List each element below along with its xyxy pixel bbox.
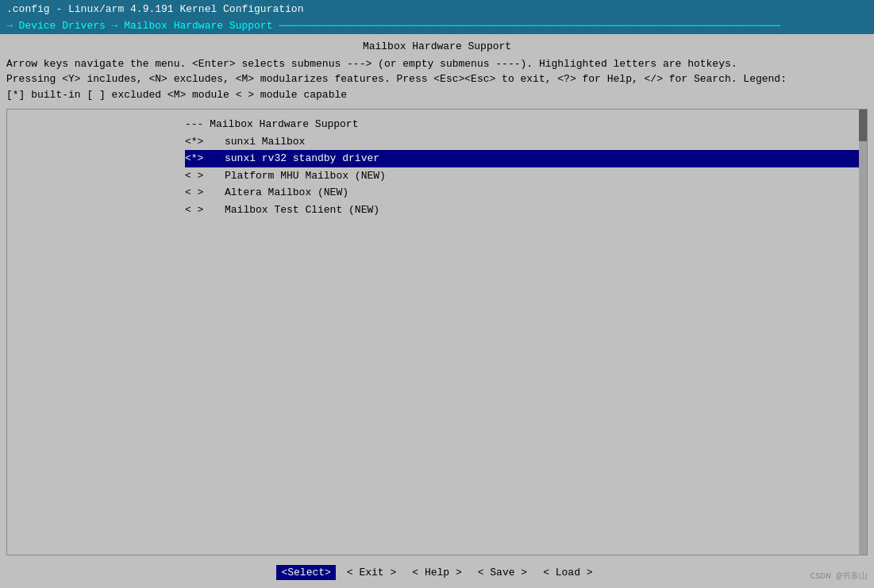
item-label-3: Platform MHU Mailbox (NEW)	[225, 168, 386, 184]
load-button[interactable]: < Load >	[538, 565, 597, 580]
scrollbar-thumb[interactable]	[859, 110, 867, 141]
item-label-5: Mailbox Test Client (NEW)	[225, 202, 379, 218]
page-title-text: Mailbox Hardware Support	[363, 40, 511, 52]
exit-button[interactable]: < Exit >	[342, 565, 401, 580]
breadcrumb-text: → Device Drivers → Mailbox Hardware Supp…	[6, 20, 780, 32]
item-prefix-3: < >	[185, 168, 225, 184]
header-line1: Arrow keys navigate the menu. <Enter> se…	[6, 56, 868, 72]
page-title: Mailbox Hardware Support	[6, 39, 868, 55]
item-prefix-4: < >	[185, 185, 225, 201]
item-prefix-5: < >	[185, 202, 225, 218]
main-area: Mailbox Hardware Support Arrow keys navi…	[0, 34, 874, 588]
menu-container: --- Mailbox Hardware Support <*> sunxi M…	[185, 116, 864, 218]
terminal-window: .config - Linux/arm 4.9.191 Kernel Confi…	[0, 0, 874, 588]
header-info: Mailbox Hardware Support Arrow keys navi…	[0, 34, 874, 106]
section-label: --- Mailbox Hardware Support	[185, 116, 864, 133]
title-text: .config - Linux/arm 4.9.191 Kernel Confi…	[6, 3, 303, 15]
item-prefix-2: <*>	[185, 151, 225, 167]
item-label-2: sunxi rv32 standby driver	[225, 151, 379, 167]
item-label-1: sunxi Mailbox	[225, 134, 305, 150]
item-label-4: Altera Mailbox (NEW)	[225, 185, 348, 201]
item-prefix-1: <*>	[185, 134, 225, 150]
breadcrumb: → Device Drivers → Mailbox Hardware Supp…	[0, 19, 874, 34]
select-button[interactable]: <Select>	[276, 565, 335, 580]
pressing-text: Pressing <Y> includes, <N> excludes, <M>…	[6, 73, 787, 85]
menu-item-platform-mhu[interactable]: < > Platform MHU Mailbox (NEW)	[185, 167, 864, 185]
menu-item-sunxi-mailbox[interactable]: <*> sunxi Mailbox	[185, 133, 864, 151]
help-button[interactable]: < Help >	[407, 565, 466, 580]
save-button[interactable]: < Save >	[473, 565, 532, 580]
menu-item-test-client[interactable]: < > Mailbox Test Client (NEW)	[185, 202, 864, 219]
content-box: --- Mailbox Hardware Support <*> sunxi M…	[6, 109, 868, 555]
menu-item-sunxi-rv32[interactable]: <*> sunxi rv32 standby driver	[185, 150, 864, 167]
scrollbar[interactable]	[859, 110, 867, 555]
header-line2: Pressing <Y> includes, <N> excludes, <M>…	[6, 71, 868, 87]
menu-item-altera[interactable]: < > Altera Mailbox (NEW)	[185, 184, 864, 202]
title-bar: .config - Linux/arm 4.9.191 Kernel Confi…	[0, 0, 874, 19]
bottom-bar: <Select> < Exit > < Help > < Save > < Lo…	[0, 559, 874, 588]
header-line3: [*] built-in [ ] excluded <M> module < >…	[6, 87, 868, 103]
watermark: CSDN @书东山	[810, 570, 868, 582]
